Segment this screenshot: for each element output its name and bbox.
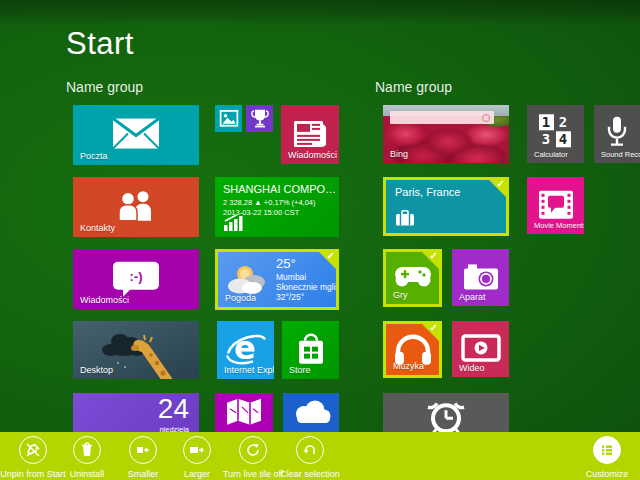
tile-finance[interactable]: SHANGHAI COMPO… 2 328,28 ▲ +0,17% (+4,04… <box>215 177 339 237</box>
trash-icon <box>79 442 95 458</box>
tile-news[interactable]: Wiadomości <box>281 105 339 164</box>
suitcase-icon <box>395 210 415 226</box>
weather-range: 32°/25° <box>276 292 304 302</box>
tile-label: Kontakty <box>80 223 115 233</box>
tile-camera[interactable]: Aparat <box>452 249 509 306</box>
weather-conditions: Słonecznie mgliście <box>276 282 339 292</box>
tile-weather[interactable]: 25° Mumbai Słonecznie mgliście 32°/25° P… <box>215 249 339 310</box>
tile-mail[interactable]: Poczta <box>73 105 199 165</box>
tile-photos[interactable] <box>215 105 242 132</box>
camera-icon <box>463 263 499 290</box>
tile-video[interactable]: Wideo <box>452 321 509 377</box>
group-name-left[interactable]: Name group <box>66 79 143 95</box>
people-icon <box>115 190 157 222</box>
tile-store[interactable]: Store <box>282 321 339 379</box>
tile-label: Calculator <box>534 150 568 159</box>
unpin-icon <box>25 442 41 458</box>
tile-label: Wiadomości <box>80 295 129 305</box>
undo-icon <box>302 442 318 458</box>
stock-quote: 2 328,28 ▲ +0,17% (+4,04) <box>223 198 316 207</box>
tile-label: Bing <box>390 149 408 159</box>
smiley-bubble-icon: :-) <box>113 262 159 290</box>
tile-music[interactable]: Muzyka ✓ <box>383 321 442 378</box>
group-name-right[interactable]: Name group <box>375 79 452 95</box>
app-bar: Unpin from Start Uninstall Smaller Large… <box>0 432 640 480</box>
tile-travel-paris[interactable]: Paris, France ✓ <box>383 177 509 236</box>
ie-e-icon: e <box>225 329 267 367</box>
video-player-icon <box>461 334 501 362</box>
tile-label: Sound Recorder <box>601 150 640 159</box>
weather-city: Mumbai <box>276 272 306 282</box>
newspaper-icon <box>293 119 327 147</box>
search-bar <box>390 111 494 124</box>
checkmark-icon: ✓ <box>497 178 505 189</box>
enlarge-tile-icon <box>189 442 205 458</box>
refresh-off-icon <box>245 442 261 458</box>
shrink-tile-icon <box>135 442 151 458</box>
tile-trophy[interactable] <box>246 105 273 132</box>
tile-movie-moments[interactable]: Movie Moments <box>527 177 584 234</box>
checkmark-icon: ✓ <box>430 250 438 261</box>
page-title: Start <box>66 26 134 62</box>
weather-temp: 25° <box>276 256 296 271</box>
bar-chart-icon <box>224 215 246 231</box>
tile-people[interactable]: Kontakty <box>73 177 199 237</box>
folded-map-icon <box>225 397 263 427</box>
sun-cloud-icon <box>225 264 271 296</box>
digits-1234-icon: 1234 <box>539 114 573 148</box>
search-icon <box>482 114 490 122</box>
tile-label: Store <box>289 365 311 375</box>
tile-messaging[interactable]: :-) Wiadomości <box>73 249 199 309</box>
microphone-icon <box>604 116 630 150</box>
calendar-day: 24 <box>158 393 189 425</box>
envelope-icon <box>111 116 161 152</box>
tile-label: Wideo <box>459 363 485 373</box>
clear-selection-button[interactable]: Clear selection <box>265 436 355 479</box>
tile-bing[interactable]: Bing <box>383 105 509 163</box>
shopping-bag-icon <box>293 332 329 366</box>
tile-label: Internet Explorer <box>224 365 274 375</box>
tile-label: Pogoda <box>225 293 256 303</box>
tile-label: Movie Moments <box>534 221 584 230</box>
filmstrip-bubble-icon <box>538 189 574 219</box>
tile-sound-recorder[interactable]: Sound Recorder <box>594 105 640 163</box>
tile-calculator[interactable]: 1234 Calculator <box>527 105 584 163</box>
tile-label: Aparat <box>459 292 486 302</box>
tile-label: Muzyka <box>393 361 424 371</box>
checkmark-icon: ✓ <box>430 322 438 333</box>
tile-desktop[interactable]: Desktop <box>73 321 199 379</box>
stock-name: SHANGHAI COMPO… <box>223 183 336 195</box>
tile-label: Gry <box>393 290 408 300</box>
tile-label: Wiadomości <box>288 150 337 160</box>
travel-destination: Paris, France <box>395 186 460 198</box>
customize-button[interactable]: Customize <box>562 436 640 479</box>
tile-internet-explorer[interactable]: e Internet Explorer <box>217 321 274 379</box>
photo-icon <box>219 109 238 126</box>
trophy-icon <box>251 108 269 127</box>
list-icon <box>599 442 615 458</box>
tile-games[interactable]: Gry ✓ <box>383 249 442 307</box>
cloud-icon <box>291 400 331 426</box>
tile-label: Desktop <box>80 365 113 375</box>
checkmark-icon: ✓ <box>327 250 335 261</box>
tile-label: Poczta <box>80 151 108 161</box>
